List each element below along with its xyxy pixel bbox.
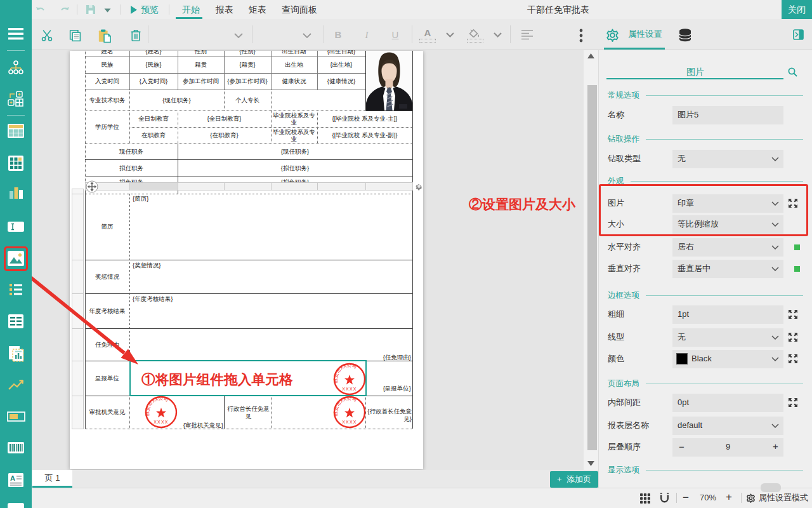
svg-text:A: A [10, 474, 15, 482]
svg-text:西安市XX公司: 西安市XX公司 [332, 395, 361, 417]
svg-text:XXXX: XXXX [342, 387, 357, 391]
svg-text:XXXX: XXXX [154, 420, 168, 424]
svg-text:西安市XX公司: 西安市XX公司 [144, 395, 173, 417]
svg-text:XXXX: XXXX [342, 420, 357, 424]
svg-text:西安市XX公司: 西安市XX公司 [332, 362, 361, 384]
